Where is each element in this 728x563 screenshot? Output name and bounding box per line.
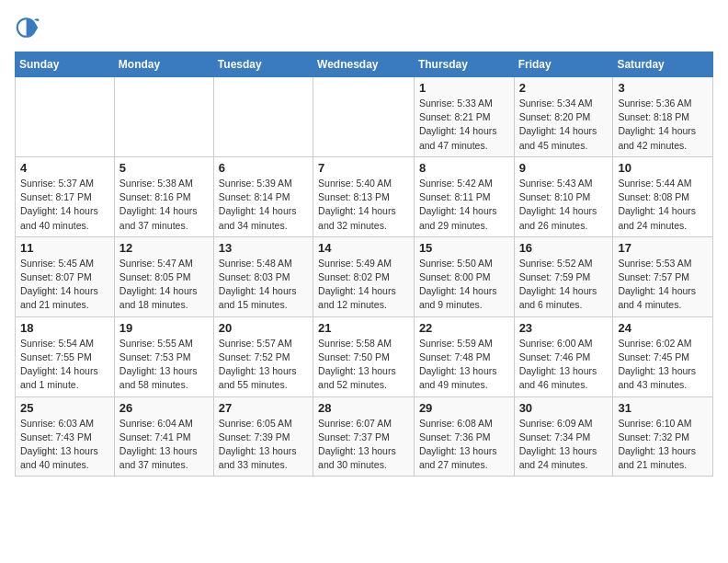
calendar-cell: 28Sunrise: 6:07 AM Sunset: 7:37 PM Dayli… [313, 396, 415, 477]
day-info: Sunrise: 5:45 AM Sunset: 8:07 PM Dayligh… [20, 257, 109, 313]
calendar-cell: 11Sunrise: 5:45 AM Sunset: 8:07 PM Dayli… [16, 236, 115, 316]
header-day: Tuesday [213, 52, 313, 77]
header-day: Wednesday [313, 52, 415, 77]
day-number: 19 [119, 321, 209, 335]
day-number: 27 [219, 401, 308, 415]
day-number: 11 [20, 241, 109, 255]
calendar-cell: 10Sunrise: 5:44 AM Sunset: 8:08 PM Dayli… [613, 156, 713, 236]
day-info: Sunrise: 5:58 AM Sunset: 7:50 PM Dayligh… [318, 337, 409, 393]
day-info: Sunrise: 6:04 AM Sunset: 7:41 PM Dayligh… [119, 417, 209, 473]
calendar-cell: 4Sunrise: 5:37 AM Sunset: 8:17 PM Daylig… [16, 156, 115, 236]
day-info: Sunrise: 5:43 AM Sunset: 8:10 PM Dayligh… [519, 177, 609, 233]
day-number: 1 [419, 81, 509, 95]
day-info: Sunrise: 5:50 AM Sunset: 8:00 PM Dayligh… [419, 257, 509, 313]
calendar-cell [16, 77, 115, 157]
day-info: Sunrise: 5:57 AM Sunset: 7:52 PM Dayligh… [219, 337, 308, 393]
calendar-cell: 17Sunrise: 5:53 AM Sunset: 7:57 PM Dayli… [613, 236, 713, 316]
day-number: 28 [318, 401, 409, 415]
day-info: Sunrise: 5:36 AM Sunset: 8:18 PM Dayligh… [618, 97, 708, 153]
calendar-table: SundayMondayTuesdayWednesdayThursdayFrid… [15, 52, 713, 477]
calendar-cell: 7Sunrise: 5:40 AM Sunset: 8:13 PM Daylig… [313, 156, 415, 236]
page-header [15, 15, 713, 40]
calendar-cell: 15Sunrise: 5:50 AM Sunset: 8:00 PM Dayli… [414, 236, 514, 316]
header-day: Monday [114, 52, 213, 77]
calendar-cell: 1Sunrise: 5:33 AM Sunset: 8:21 PM Daylig… [414, 77, 514, 157]
day-info: Sunrise: 5:38 AM Sunset: 8:16 PM Dayligh… [119, 177, 209, 233]
header-day: Saturday [613, 52, 713, 77]
day-info: Sunrise: 5:34 AM Sunset: 8:20 PM Dayligh… [519, 97, 609, 153]
day-number: 18 [20, 321, 109, 335]
header-day: Thursday [414, 52, 514, 77]
day-number: 15 [419, 241, 509, 255]
day-info: Sunrise: 5:33 AM Sunset: 8:21 PM Dayligh… [419, 97, 509, 153]
day-number: 24 [618, 321, 708, 335]
day-info: Sunrise: 5:40 AM Sunset: 8:13 PM Dayligh… [318, 177, 409, 233]
calendar-header: SundayMondayTuesdayWednesdayThursdayFrid… [16, 52, 713, 77]
calendar-week: 18Sunrise: 5:54 AM Sunset: 7:55 PM Dayli… [16, 316, 713, 396]
day-number: 8 [419, 161, 509, 175]
day-info: Sunrise: 5:49 AM Sunset: 8:02 PM Dayligh… [318, 257, 409, 313]
day-info: Sunrise: 6:03 AM Sunset: 7:43 PM Dayligh… [20, 417, 109, 473]
calendar-week: 25Sunrise: 6:03 AM Sunset: 7:43 PM Dayli… [16, 396, 713, 477]
calendar-cell: 26Sunrise: 6:04 AM Sunset: 7:41 PM Dayli… [114, 396, 213, 477]
calendar-cell: 3Sunrise: 5:36 AM Sunset: 8:18 PM Daylig… [613, 77, 713, 157]
calendar-cell [313, 77, 415, 157]
calendar-cell: 8Sunrise: 5:42 AM Sunset: 8:11 PM Daylig… [414, 156, 514, 236]
day-info: Sunrise: 5:59 AM Sunset: 7:48 PM Dayligh… [419, 337, 509, 393]
calendar-cell: 14Sunrise: 5:49 AM Sunset: 8:02 PM Dayli… [313, 236, 415, 316]
day-info: Sunrise: 6:05 AM Sunset: 7:39 PM Dayligh… [219, 417, 308, 473]
header-row: SundayMondayTuesdayWednesdayThursdayFrid… [16, 52, 713, 77]
day-number: 10 [618, 161, 708, 175]
day-number: 3 [618, 81, 708, 95]
calendar-cell: 29Sunrise: 6:08 AM Sunset: 7:36 PM Dayli… [414, 396, 514, 477]
day-number: 12 [119, 241, 209, 255]
calendar-cell: 16Sunrise: 5:52 AM Sunset: 7:59 PM Dayli… [514, 236, 613, 316]
day-number: 6 [219, 161, 308, 175]
day-number: 17 [618, 241, 708, 255]
calendar-cell: 5Sunrise: 5:38 AM Sunset: 8:16 PM Daylig… [114, 156, 213, 236]
day-number: 31 [618, 401, 708, 415]
logo [15, 15, 44, 40]
day-number: 26 [119, 401, 209, 415]
calendar-week: 1Sunrise: 5:33 AM Sunset: 8:21 PM Daylig… [16, 77, 713, 157]
day-info: Sunrise: 6:00 AM Sunset: 7:46 PM Dayligh… [519, 337, 609, 393]
day-info: Sunrise: 5:54 AM Sunset: 7:55 PM Dayligh… [20, 337, 109, 393]
day-info: Sunrise: 5:37 AM Sunset: 8:17 PM Dayligh… [20, 177, 109, 233]
calendar-cell: 18Sunrise: 5:54 AM Sunset: 7:55 PM Dayli… [16, 316, 115, 396]
day-info: Sunrise: 6:09 AM Sunset: 7:34 PM Dayligh… [519, 417, 609, 473]
calendar-cell: 2Sunrise: 5:34 AM Sunset: 8:20 PM Daylig… [514, 77, 613, 157]
day-number: 21 [318, 321, 409, 335]
day-number: 5 [119, 161, 209, 175]
calendar-cell: 13Sunrise: 5:48 AM Sunset: 8:03 PM Dayli… [213, 236, 313, 316]
calendar-cell: 21Sunrise: 5:58 AM Sunset: 7:50 PM Dayli… [313, 316, 415, 396]
calendar-cell: 6Sunrise: 5:39 AM Sunset: 8:14 PM Daylig… [213, 156, 313, 236]
day-info: Sunrise: 5:53 AM Sunset: 7:57 PM Dayligh… [618, 257, 708, 313]
day-info: Sunrise: 5:42 AM Sunset: 8:11 PM Dayligh… [419, 177, 509, 233]
day-number: 16 [519, 241, 609, 255]
day-info: Sunrise: 6:10 AM Sunset: 7:32 PM Dayligh… [618, 417, 708, 473]
calendar-cell: 23Sunrise: 6:00 AM Sunset: 7:46 PM Dayli… [514, 316, 613, 396]
day-number: 14 [318, 241, 409, 255]
day-info: Sunrise: 5:39 AM Sunset: 8:14 PM Dayligh… [219, 177, 308, 233]
day-number: 22 [419, 321, 509, 335]
day-info: Sunrise: 6:08 AM Sunset: 7:36 PM Dayligh… [419, 417, 509, 473]
day-number: 7 [318, 161, 409, 175]
calendar-week: 11Sunrise: 5:45 AM Sunset: 8:07 PM Dayli… [16, 236, 713, 316]
day-info: Sunrise: 5:55 AM Sunset: 7:53 PM Dayligh… [119, 337, 209, 393]
calendar-cell: 22Sunrise: 5:59 AM Sunset: 7:48 PM Dayli… [414, 316, 514, 396]
day-info: Sunrise: 5:44 AM Sunset: 8:08 PM Dayligh… [618, 177, 708, 233]
day-info: Sunrise: 5:48 AM Sunset: 8:03 PM Dayligh… [219, 257, 308, 313]
calendar-cell: 20Sunrise: 5:57 AM Sunset: 7:52 PM Dayli… [213, 316, 313, 396]
day-info: Sunrise: 5:47 AM Sunset: 8:05 PM Dayligh… [119, 257, 209, 313]
day-number: 25 [20, 401, 109, 415]
calendar-cell [213, 77, 313, 157]
day-number: 4 [20, 161, 109, 175]
day-info: Sunrise: 5:52 AM Sunset: 7:59 PM Dayligh… [519, 257, 609, 313]
logo-icon [15, 15, 40, 40]
calendar-cell: 27Sunrise: 6:05 AM Sunset: 7:39 PM Dayli… [213, 396, 313, 477]
day-number: 9 [519, 161, 609, 175]
calendar-cell: 24Sunrise: 6:02 AM Sunset: 7:45 PM Dayli… [613, 316, 713, 396]
day-info: Sunrise: 6:02 AM Sunset: 7:45 PM Dayligh… [618, 337, 708, 393]
calendar-cell: 12Sunrise: 5:47 AM Sunset: 8:05 PM Dayli… [114, 236, 213, 316]
day-number: 29 [419, 401, 509, 415]
